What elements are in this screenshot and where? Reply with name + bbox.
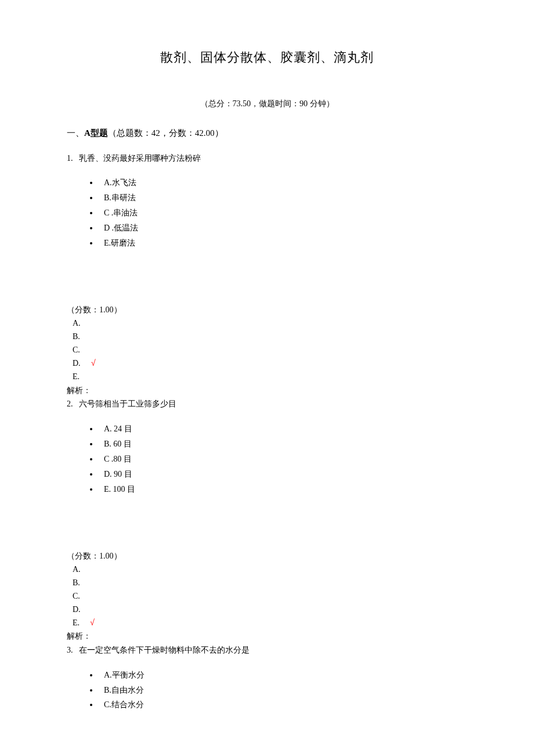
section-tail: （总题数：42，分数：42.00） xyxy=(108,128,223,138)
correct-mark-icon: √ xyxy=(90,618,93,627)
analysis-label: 解析： xyxy=(67,629,467,643)
option-row: C.结合水分 xyxy=(90,697,467,712)
bullet-icon xyxy=(90,674,92,676)
question-stem: 2. 六号筛相当于工业筛多少目 xyxy=(67,397,467,411)
bullet-icon xyxy=(90,182,92,184)
bullet-icon xyxy=(90,227,92,229)
option-label: D .低温法 xyxy=(104,221,138,236)
option-row: A. 24 目 xyxy=(90,422,467,437)
option-label: B. 60 目 xyxy=(104,437,132,452)
option-row: C .串油法 xyxy=(90,206,467,221)
option-row: E. 100 目 xyxy=(90,482,467,497)
question-number: 1. xyxy=(67,154,73,163)
option-row: C .80 目 xyxy=(90,452,467,467)
answer-row: B. xyxy=(67,576,467,589)
answer-row: E. xyxy=(67,370,467,383)
score-line: （分数：1.00） xyxy=(67,303,467,316)
bullet-icon xyxy=(90,704,92,706)
answer-letter: C. xyxy=(73,592,80,600)
answer-letter: D. xyxy=(73,605,81,614)
answer-letter: E. xyxy=(73,618,80,627)
answer-letter: E. xyxy=(73,372,80,381)
option-row: D. 90 目 xyxy=(90,467,467,482)
option-label: C.结合水分 xyxy=(104,697,144,712)
option-label: C .80 目 xyxy=(104,452,132,467)
answer-row: B. xyxy=(67,330,467,343)
question-text: 在一定空气条件下干燥时物料中除不去的水分是 xyxy=(79,646,250,654)
section-name: A型题 xyxy=(84,128,108,138)
options-list: A. 24 目 B. 60 目 C .80 目 D. 90 目 E. 100 目 xyxy=(67,422,467,496)
question-number: 3. xyxy=(67,646,73,654)
section-prefix: 一、 xyxy=(67,128,84,138)
question-number: 2. xyxy=(67,399,73,408)
section-header: 一、A型题（总题数：42，分数：42.00） xyxy=(67,126,467,141)
document-subtitle: （总分：73.50，做题时间：90 分钟） xyxy=(67,97,467,111)
answer-row: A. xyxy=(67,316,467,330)
answer-row: E.√ xyxy=(67,616,467,629)
answer-row: C. xyxy=(67,343,467,357)
score-block: （分数：1.00） A. B. C. D. E.√ xyxy=(67,549,467,630)
option-row: B.串研法 xyxy=(90,190,467,206)
option-label: A.水飞法 xyxy=(104,175,136,190)
answer-letter: C. xyxy=(73,345,80,354)
answer-row: A. xyxy=(67,563,467,576)
document-title: 散剂、固体分散体、胶囊剂、滴丸剂 xyxy=(67,46,467,68)
answer-letter: B. xyxy=(73,332,80,341)
option-row: A.水飞法 xyxy=(90,175,467,190)
question-stem: 3. 在一定空气条件下干燥时物料中除不去的水分是 xyxy=(67,643,467,657)
bullet-icon xyxy=(90,443,92,445)
option-row: E.研磨法 xyxy=(90,236,467,251)
bullet-icon xyxy=(90,458,92,460)
bullet-icon xyxy=(90,242,92,244)
options-list: A.平衡水分 B.自由水分 C.结合水分 xyxy=(67,668,467,713)
option-label: D. 90 目 xyxy=(104,467,132,482)
option-label: A.平衡水分 xyxy=(104,668,145,683)
option-row: B. 60 目 xyxy=(90,437,467,452)
answer-row: D. xyxy=(67,603,467,616)
bullet-icon xyxy=(90,212,92,214)
option-label: B.串研法 xyxy=(104,190,136,206)
answer-row: C. xyxy=(67,589,467,603)
bullet-icon xyxy=(90,428,92,430)
option-label: A. 24 目 xyxy=(104,422,132,437)
analysis-label: 解析： xyxy=(67,384,467,398)
bullet-icon xyxy=(90,197,92,199)
option-label: B.自由水分 xyxy=(104,683,144,698)
question-text: 乳香、没药最好采用哪种方法粉碎 xyxy=(79,154,201,163)
option-row: A.平衡水分 xyxy=(90,668,467,683)
option-row: B.自由水分 xyxy=(90,683,467,698)
page-container: 散剂、固体分散体、胶囊剂、滴丸剂 （总分：73.50，做题时间：90 分钟） 一… xyxy=(0,0,534,747)
answer-row: D.√ xyxy=(67,357,467,370)
options-list: A.水飞法 B.串研法 C .串油法 D .低温法 E.研磨法 xyxy=(67,175,467,250)
answer-letter: B. xyxy=(73,578,80,587)
option-label: C .串油法 xyxy=(104,206,138,221)
question-text: 六号筛相当于工业筛多少目 xyxy=(79,399,176,408)
option-label: E.研磨法 xyxy=(104,236,135,251)
answer-letter: D. xyxy=(73,359,81,368)
score-block: （分数：1.00） A. B. C. D.√ E. xyxy=(67,303,467,384)
bullet-icon xyxy=(90,488,92,491)
option-label: E. 100 目 xyxy=(104,482,135,497)
correct-mark-icon: √ xyxy=(91,358,95,368)
answer-letter: A. xyxy=(73,319,81,327)
question-stem: 1. 乳香、没药最好采用哪种方法粉碎 xyxy=(67,152,467,165)
option-row: D .低温法 xyxy=(90,221,467,236)
score-line: （分数：1.00） xyxy=(67,549,467,563)
bullet-icon xyxy=(90,473,92,476)
answer-letter: A. xyxy=(73,565,81,574)
bullet-icon xyxy=(90,689,92,692)
